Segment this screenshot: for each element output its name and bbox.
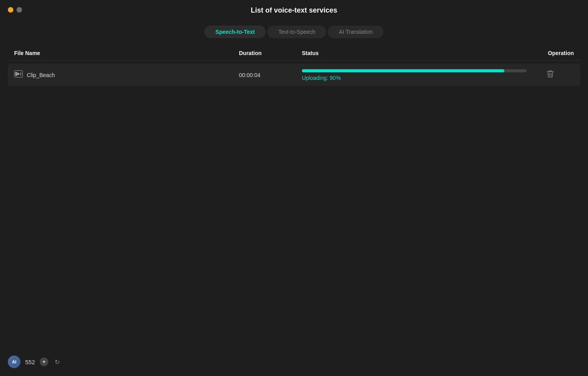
table-container: File Name Duration Status Operation Clip… <box>0 46 588 86</box>
bottom-bar: AI 552 + ↻ <box>8 356 61 368</box>
credits-count: 552 <box>25 359 35 365</box>
tabs-container: Speech-to-Text Text-to-Speech AI Transla… <box>0 26 588 38</box>
column-header-operation: Operation <box>527 50 574 56</box>
delete-button[interactable] <box>544 68 557 81</box>
minimize-button[interactable] <box>17 7 22 13</box>
table-row: Clip_Beach 00:00:04 Uploading: 90% <box>8 64 580 86</box>
tab-speech-to-text[interactable]: Speech-to-Text <box>204 26 266 38</box>
status-cell: Uploading: 90% <box>302 69 527 81</box>
column-header-status: Status <box>302 50 527 56</box>
file-name-text: Clip_Beach <box>27 72 55 78</box>
tab-text-to-speech[interactable]: Text-to-Speech <box>267 26 326 38</box>
title-bar: List of voice-text services <box>0 0 588 19</box>
window-controls <box>8 7 22 13</box>
close-button[interactable] <box>8 7 13 13</box>
svg-rect-1 <box>15 72 17 76</box>
table-header: File Name Duration Status Operation <box>8 46 580 61</box>
progress-bar-container <box>302 69 527 72</box>
refresh-button[interactable]: ↻ <box>53 357 61 367</box>
add-credits-button[interactable]: + <box>40 358 48 366</box>
tab-ai-translation[interactable]: AI Translation <box>328 26 384 38</box>
svg-marker-2 <box>17 72 20 76</box>
progress-bar-fill <box>302 69 504 72</box>
status-text: Uploading: 90% <box>302 75 527 81</box>
column-header-filename: File Name <box>14 50 239 56</box>
page-title: List of voice-text services <box>251 6 337 15</box>
file-name-cell: Clip_Beach <box>14 70 239 79</box>
column-header-duration: Duration <box>239 50 302 56</box>
operation-cell <box>527 68 574 81</box>
ai-badge: AI <box>8 356 20 368</box>
duration-cell: 00:00:04 <box>239 72 302 78</box>
file-icon <box>14 70 23 79</box>
